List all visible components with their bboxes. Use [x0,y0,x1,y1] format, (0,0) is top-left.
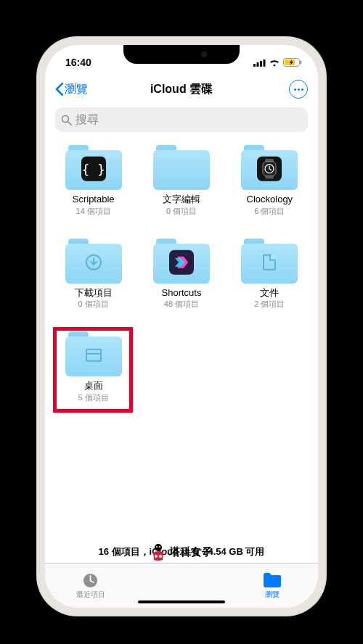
svg-line-8 [68,122,71,125]
watermark-icon [150,542,166,561]
folder-item[interactable]: Shortcuts48 個項目 [140,239,222,310]
folder-subtitle: 14 個項目 [76,206,111,217]
svg-point-7 [62,115,69,122]
status-time: 16:40 [65,57,91,68]
svg-rect-1 [257,62,259,67]
notch [123,45,240,64]
clock-icon [81,571,100,589]
folder-subtitle: 6 個項目 [254,206,285,217]
folder-icon [153,145,210,190]
chevron-left-icon [55,83,63,96]
signal-icon [253,59,266,67]
status-indicators [253,58,302,67]
svg-point-14 [155,544,162,551]
folder-name: 文件 [260,287,279,299]
folder-item[interactable]: Clockology6 個項目 [229,145,311,217]
folder-icon: { } [65,145,122,190]
tab-browse-label: 瀏覽 [265,590,280,600]
folder-name: 桌面 [84,380,103,392]
svg-point-18 [159,555,162,558]
folder-item[interactable]: 桌面5 個項目 [52,331,134,403]
folder-icon [263,571,282,589]
search-field[interactable] [55,107,308,132]
back-label: 瀏覽 [65,82,88,97]
tab-browse[interactable]: 瀏覽 [227,564,318,608]
folder-subtitle: 48 個項目 [164,299,199,310]
svg-point-15 [156,546,158,548]
svg-rect-3 [264,59,266,67]
folder-item[interactable]: { }Scriptable14 個項目 [52,145,134,217]
svg-rect-5 [285,59,295,65]
folder-icon [65,239,122,284]
svg-rect-2 [260,61,262,67]
search-input[interactable] [76,113,302,126]
folder-name: 下載項目 [75,287,113,299]
download-glyph-icon [81,249,106,274]
svg-point-17 [155,555,158,558]
clockology-app-icon [257,157,282,181]
ellipsis-icon [294,88,303,91]
folder-icon [153,239,210,284]
folder-subtitle: 0 個項目 [78,299,109,310]
battery-icon [283,58,302,67]
folder-item[interactable]: 下載項目0 個項目 [52,239,134,310]
screen: 16:40 瀏覽 iCloud 雲碟 [45,45,318,608]
nav-title: iCloud 雲碟 [150,82,213,97]
folder-icon [65,331,122,376]
search-icon [61,115,72,125]
folder-name: Clockology [247,194,293,205]
tab-recent-label: 最近項目 [76,590,105,600]
svg-rect-0 [253,64,256,67]
folder-subtitle: 2 個項目 [254,299,285,310]
tab-recent[interactable]: 最近項目 [45,564,136,608]
folder-item[interactable]: 文字編輯0 個項目 [140,145,222,217]
shortcuts-app-icon [169,249,194,274]
svg-point-16 [159,546,160,548]
document-glyph-icon [257,249,282,274]
folder-grid[interactable]: { }Scriptable14 個項目文字編輯0 個項目Clockology6 … [45,139,318,538]
more-button[interactable] [289,80,308,99]
nav-bar: 瀏覽 iCloud 雲碟 [45,74,318,104]
phone-frame: 16:40 瀏覽 iCloud 雲碟 [36,36,327,616]
folder-name: Scriptable [73,194,115,205]
folder-icon [241,145,298,190]
desktop-glyph-icon [81,343,106,368]
scriptable-app-icon: { } [81,157,106,181]
folder-name: Shortcuts [162,287,202,299]
folder-subtitle: 5 個項目 [78,392,109,403]
folder-subtitle: 0 個項目 [166,206,197,217]
wifi-icon [269,59,280,67]
back-button[interactable]: 瀏覽 [55,82,88,97]
folder-item[interactable]: 文件2 個項目 [229,239,311,310]
folder-icon [241,239,298,284]
svg-rect-6 [301,61,302,65]
watermark: 塔科女子 [150,542,213,561]
folder-name: 文字編輯 [163,194,200,205]
home-indicator[interactable] [138,600,225,603]
